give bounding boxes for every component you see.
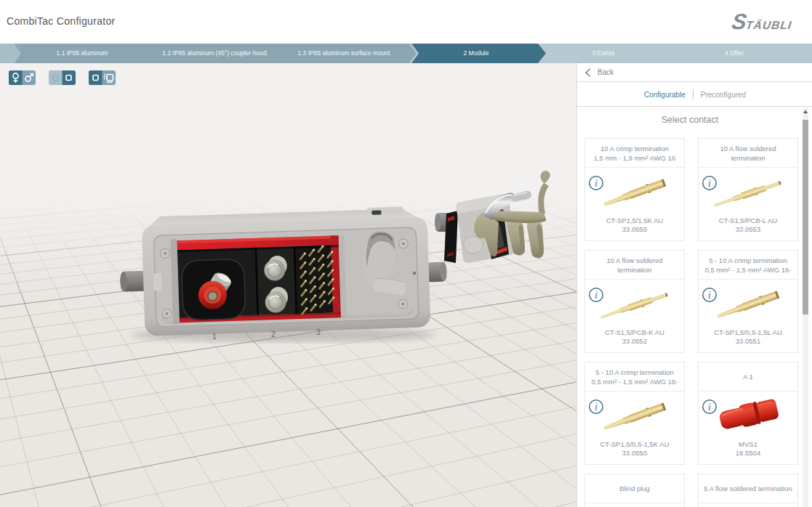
svg-text:1: 1 — [212, 332, 217, 341]
svg-text:3: 3 — [316, 328, 321, 336]
svg-text:2: 2 — [271, 330, 276, 338]
